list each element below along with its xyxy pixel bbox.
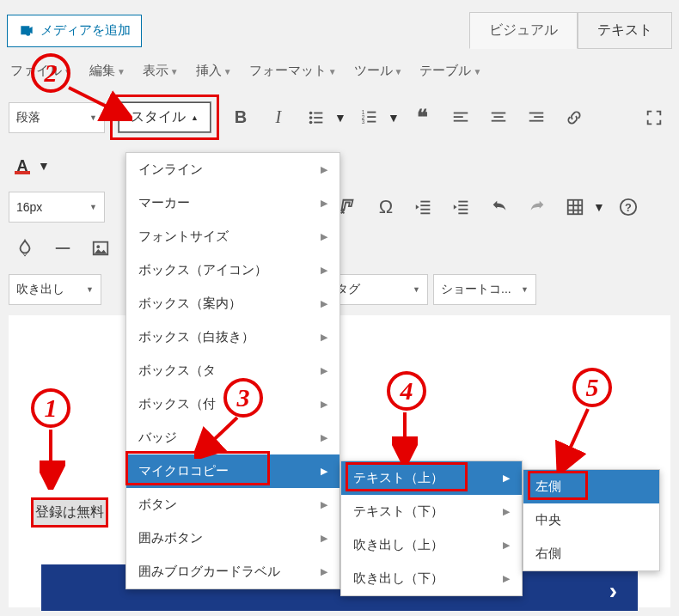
fukidashi-select[interactable]: 吹き出し ▼	[9, 274, 101, 305]
align-center-button[interactable]	[482, 102, 515, 133]
sample-text[interactable]: 登録は無料	[31, 497, 108, 528]
image-button[interactable]	[84, 233, 117, 264]
style-button[interactable]: スタイル ▲	[118, 101, 211, 133]
chevron-down-icon: ▼	[413, 285, 420, 294]
paragraph-select[interactable]: 段落 ▼	[9, 102, 105, 133]
style-menu-item-marker[interactable]: マーカー▶	[126, 186, 340, 220]
chevron-right-icon: ▶	[321, 198, 327, 209]
decor-tool-1[interactable]	[9, 233, 41, 264]
position-center[interactable]: 中央	[523, 503, 659, 537]
svg-rect-12	[367, 120, 376, 122]
style-menu-item-badge[interactable]: バッジ▶	[126, 421, 340, 454]
chevron-right-icon: ▶	[321, 399, 327, 410]
svg-point-5	[309, 120, 313, 124]
help-button[interactable]: ?	[612, 192, 645, 223]
blockquote-button[interactable]: ❝	[407, 102, 439, 133]
style-menu-item-box-icon[interactable]: ボックス（アイコン）▶	[126, 253, 340, 287]
fontsize-select[interactable]: 16px ▼	[9, 192, 105, 223]
tag-select[interactable]: タグ ▼	[328, 274, 428, 305]
menu-format[interactable]: フォーマット▼	[249, 63, 337, 79]
editor-tabs: ビジュアル テキスト	[469, 12, 672, 49]
chevron-right-icon: ▶	[321, 164, 327, 175]
svg-point-1	[309, 111, 313, 114]
annotation-2: 2	[31, 53, 70, 93]
italic-button[interactable]: I	[262, 102, 295, 133]
menu-insert[interactable]: 挿入▼	[196, 63, 232, 79]
tab-visual-label: ビジュアル	[489, 22, 558, 37]
add-media-label: メディアを追加	[40, 22, 131, 39]
table-insert-button[interactable]: ▼	[559, 192, 607, 223]
style-menu-item-fontsize[interactable]: フォントサイズ▶	[126, 220, 340, 253]
chevron-right-icon: ▶	[321, 499, 327, 510]
number-list-button[interactable]: 123 ▼	[353, 102, 401, 133]
style-menu-item-box-outline[interactable]: ボックス（白抜き）▶	[126, 320, 340, 354]
svg-text:3: 3	[362, 119, 365, 125]
bullet-list-button[interactable]: ▼	[300, 102, 348, 133]
position-left[interactable]: 左側	[523, 470, 659, 503]
svg-rect-4	[314, 117, 322, 119]
style-menu-item-inline[interactable]: インライン▶	[126, 153, 340, 186]
svg-rect-20	[534, 116, 543, 118]
menu-table[interactable]: テーブル▼	[419, 63, 481, 79]
add-media-button[interactable]: メディアを追加	[7, 15, 142, 47]
microcopy-submenu: テキスト（上）▶ テキスト（下）▶ 吹き出し（上）▶ 吹き出し（下）▶	[340, 460, 523, 596]
svg-rect-15	[454, 119, 468, 121]
style-button-highlight: スタイル ▲	[110, 95, 219, 140]
chevron-down-icon: ▼	[89, 203, 97, 211]
svg-rect-21	[529, 119, 544, 121]
redo-button[interactable]	[521, 192, 554, 223]
style-menu-item-boxbutton[interactable]: 囲みボタン▶	[126, 521, 340, 555]
submenu-text-bottom[interactable]: テキスト（下）▶	[341, 495, 522, 528]
submenu-balloon-top[interactable]: 吹き出し（上）▶	[341, 528, 522, 562]
chevron-down-icon: ▼	[593, 200, 605, 214]
chevron-down-icon: ▼	[117, 67, 125, 76]
style-menu-item-box-info[interactable]: ボックス（案内）▶	[126, 287, 340, 320]
tab-text[interactable]: テキスト	[578, 12, 672, 49]
chevron-down-icon: ▼	[223, 67, 232, 76]
shortcode-select[interactable]: ショートコ... ▼	[433, 274, 536, 305]
svg-rect-24	[420, 209, 430, 210]
svg-rect-2	[314, 112, 322, 113]
align-left-button[interactable]	[444, 102, 477, 133]
chevron-right-icon: ▶	[321, 466, 327, 477]
menu-edit[interactable]: 編集▼	[89, 63, 125, 79]
chevron-right-icon: ▶	[503, 540, 510, 551]
svg-rect-27	[458, 204, 468, 206]
text-color-button[interactable]: A ▼	[9, 150, 52, 181]
specialchar-button[interactable]: Ω	[370, 192, 402, 223]
align-right-button[interactable]	[520, 102, 553, 133]
tab-visual[interactable]: ビジュアル	[469, 12, 578, 49]
svg-rect-16	[492, 112, 506, 113]
chevron-right-icon: ▶	[321, 365, 327, 376]
outdent-button[interactable]	[407, 192, 440, 223]
chevron-right-icon: ▶	[503, 473, 510, 484]
chevron-down-icon: ▼	[334, 111, 346, 125]
bold-button[interactable]: B	[224, 102, 257, 133]
indent-button[interactable]	[445, 192, 478, 223]
menu-tools[interactable]: ツール▼	[354, 63, 403, 79]
chevron-right-icon: ▶	[321, 533, 327, 544]
undo-button[interactable]	[483, 192, 516, 223]
submenu-balloon-bottom[interactable]: 吹き出し（下）▶	[341, 562, 522, 595]
style-menu-item-blogcard[interactable]: 囲みブログカードラベル▶	[126, 555, 340, 589]
style-menu-item-microcopy[interactable]: マイクロコピー▶	[126, 454, 340, 488]
fullscreen-button[interactable]	[638, 102, 670, 133]
camera-music-icon	[18, 22, 35, 40]
link-button[interactable]	[558, 102, 590, 133]
position-submenu: 左側 中央 右側	[523, 469, 660, 571]
submenu-text-top[interactable]: テキスト（上）▶	[341, 461, 522, 495]
svg-rect-10	[367, 116, 376, 118]
svg-point-39	[96, 245, 100, 248]
chevron-right-icon: ›	[609, 577, 617, 605]
svg-text:?: ?	[625, 201, 632, 214]
svg-rect-6	[314, 121, 322, 123]
chevron-right-icon: ▶	[321, 265, 327, 276]
position-right[interactable]: 右側	[523, 537, 659, 570]
svg-rect-25	[420, 212, 430, 214]
menu-view[interactable]: 表示▼	[143, 63, 179, 79]
editor-frame: メディアを追加 ビジュアル テキスト ファイル▼ 編集▼ 表示▼ 挿入▼ フォー…	[3, 3, 676, 607]
style-menu-item-button[interactable]: ボタン▶	[126, 488, 340, 521]
svg-rect-28	[458, 209, 468, 210]
svg-rect-8	[367, 111, 376, 113]
hr-button[interactable]	[46, 233, 79, 264]
